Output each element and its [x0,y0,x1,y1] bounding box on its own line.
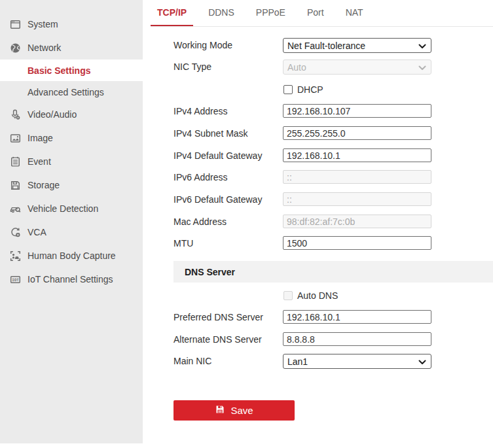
auto-dns-label: Auto DNS [297,290,338,301]
mac-address-input [283,215,431,228]
ipv4-default-gateway-label: IPv4 Default Gateway [173,150,285,161]
sidebar-item-system[interactable]: System [0,12,143,36]
auto-dns-checkbox [283,291,293,300]
preferred-dns-label: Preferred DNS Server [173,312,285,322]
video-audio-icon [9,109,21,120]
ipv4-subnet-mask-label: IPv4 Subnet Mask [173,128,285,139]
sidebar-item-vca[interactable]: VCA [0,220,143,244]
image-icon [9,132,21,144]
system-window-icon [9,18,21,30]
main-content: TCP/IP DDNS PPPoE Port NAT Working Mode … [143,0,493,448]
human-body-capture-icon [9,250,21,262]
network-globe-icon [9,42,21,54]
sidebar-item-event[interactable]: Event [0,150,143,173]
dhcp-checkbox[interactable] [283,85,293,94]
sidebar-item-label: Vehicle Detection [27,203,98,214]
preferred-dns-input[interactable] [283,310,431,324]
mtu-input[interactable] [283,236,431,250]
sidebar-item-basic-settings[interactable]: Basic Settings [0,60,143,81]
sidebar-item-storage[interactable]: Storage [0,173,143,197]
alternate-dns-label: Alternate DNS Server [173,334,285,345]
sidebar-item-label: Advanced Settings [27,87,104,97]
sidebar-item-image[interactable]: Image [0,126,143,150]
tab-nat[interactable]: NAT [339,0,370,26]
sidebar: System Network Basic Settings Advanced S… [0,0,143,443]
ipv6-address-input [283,170,431,184]
sidebar-item-network[interactable]: Network [0,36,143,60]
tab-pppoe[interactable]: PPPoE [249,0,292,26]
sidebar-item-human-body-capture[interactable]: Human Body Capture [0,244,143,267]
vca-icon [9,226,21,238]
nic-type-label: NIC Type [173,61,285,72]
main-nic-label: Main NIC [173,356,285,366]
ipv6-default-gateway-label: IPv6 Default Gateway [173,194,285,205]
main-nic-value: Lan1 [287,356,308,367]
tab-port[interactable]: Port [301,0,331,26]
ipv6-address-label: IPv6 Address [173,172,285,182]
save-floppy-icon [215,404,225,417]
sidebar-item-iot-channel-settings[interactable]: IOT IoT Channel Settings [0,267,143,291]
mtu-label: MTU [173,238,285,249]
nic-type-select: Auto [283,60,431,75]
chevron-down-icon [418,41,426,51]
ipv6-default-gateway-input [283,192,431,206]
vehicle-detection-icon [9,203,21,215]
tab-bar: TCP/IP DDNS PPPoE Port NAT [151,0,493,27]
ipv4-address-input[interactable] [283,104,431,118]
sidebar-item-label: Network [27,43,61,53]
app-root: System Network Basic Settings Advanced S… [0,0,493,448]
save-button[interactable]: Save [173,400,295,421]
save-button-label: Save [230,405,253,416]
sidebar-item-label: Video/Audio [27,109,77,120]
sidebar-item-label: Event [27,156,51,167]
working-mode-select[interactable]: Net Fault-tolerance [283,38,431,53]
tab-ddns[interactable]: DDNS [202,0,241,26]
event-icon [9,156,21,167]
sidebar-item-vehicle-detection[interactable]: Vehicle Detection [0,197,143,220]
sidebar-item-label: IoT Channel Settings [27,274,113,284]
sidebar-item-label: VCA [27,227,46,237]
sidebar-item-label: Basic Settings [27,65,90,76]
chevron-down-icon [418,356,426,367]
ipv4-default-gateway-input[interactable] [283,148,431,162]
sidebar-item-label: Storage [27,180,60,190]
ipv4-subnet-mask-input[interactable] [283,126,431,140]
working-mode-label: Working Mode [173,40,285,50]
dns-server-section-header: DNS Server [173,261,493,283]
working-mode-value: Net Fault-tolerance [287,41,365,51]
sidebar-item-advanced-settings[interactable]: Advanced Settings [0,81,143,103]
iot-channel-settings-icon: IOT [9,273,21,285]
sidebar-item-label: Image [27,133,53,143]
dhcp-label: DHCP [297,84,323,95]
ipv4-address-label: IPv4 Address [173,106,285,116]
svg-text:IOT: IOT [12,277,19,281]
storage-icon [9,179,21,191]
mac-address-label: Mac Address [173,216,285,227]
main-nic-select[interactable]: Lan1 [283,354,431,369]
sidebar-item-video-audio[interactable]: Video/Audio [0,103,143,126]
tab-tcpip[interactable]: TCP/IP [151,0,193,26]
alternate-dns-input[interactable] [283,332,431,346]
chevron-down-icon [418,62,426,73]
sidebar-item-label: System [27,19,58,29]
sidebar-item-label: Human Body Capture [27,250,116,261]
nic-type-value: Auto [287,62,306,73]
dns-server-section-title: DNS Server [185,267,235,277]
